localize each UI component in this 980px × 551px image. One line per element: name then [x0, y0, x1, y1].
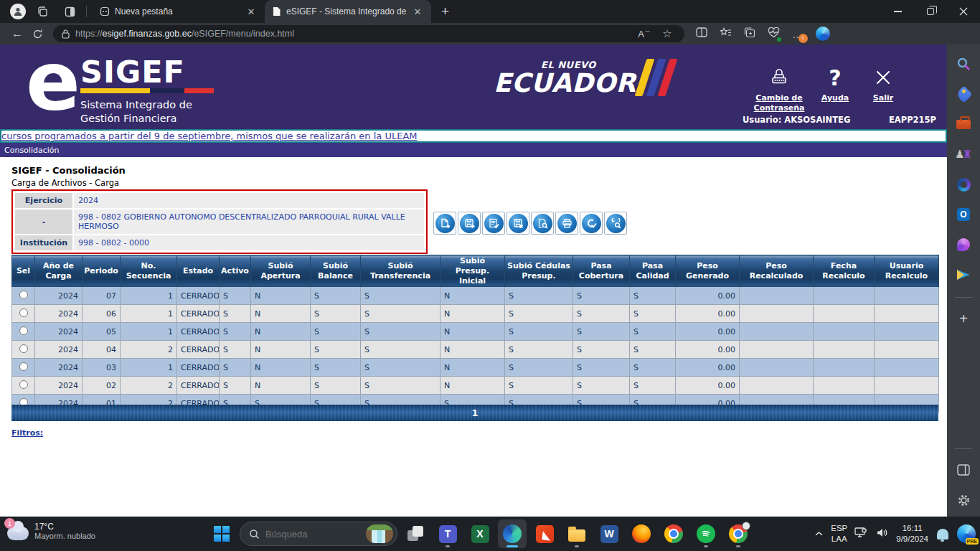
- copilot-preview-icon[interactable]: PRE: [957, 524, 976, 543]
- edge-icon[interactable]: [498, 519, 527, 548]
- sidebar-games-icon[interactable]: ♟♜: [953, 143, 974, 165]
- collections-icon[interactable]: [744, 27, 755, 41]
- start-button[interactable]: [207, 519, 236, 548]
- row-select-radio[interactable]: [19, 362, 28, 371]
- table-cell: 1: [121, 359, 177, 377]
- weather-widget[interactable]: 1 17°C Mayorm. nublado: [7, 521, 95, 540]
- row-select-radio[interactable]: [19, 326, 28, 335]
- teams-icon[interactable]: T: [433, 519, 462, 548]
- copilot-icon[interactable]: [816, 27, 830, 41]
- table-cell: S: [630, 305, 676, 323]
- form-label: Ejercicio: [15, 193, 72, 208]
- maximize-button[interactable]: [914, 0, 947, 23]
- row-select-radio[interactable]: [19, 380, 28, 389]
- table-cell: S: [361, 341, 440, 359]
- new-record-icon[interactable]: [433, 212, 456, 235]
- table-cell: S: [361, 305, 440, 323]
- file-explorer-icon[interactable]: [562, 519, 591, 548]
- table-cell: S: [361, 287, 440, 305]
- favorite-star-icon[interactable]: ☆: [659, 27, 676, 40]
- taskbar-search[interactable]: [240, 522, 397, 546]
- table-cell: 1: [121, 287, 177, 305]
- table-cell: S: [220, 341, 251, 359]
- firefox-icon[interactable]: [627, 519, 656, 548]
- table-cell: 0.00: [676, 305, 740, 323]
- page-number[interactable]: 1: [471, 408, 478, 418]
- new-tab-button[interactable]: +: [431, 4, 459, 19]
- preview-record-icon[interactable]: [531, 212, 554, 235]
- split-screen-icon[interactable]: [696, 27, 707, 40]
- change-password-button[interactable]: Cambio de Contraseña: [746, 65, 812, 114]
- person-icon: [13, 6, 23, 17]
- close-button[interactable]: [947, 0, 980, 23]
- address-bar[interactable]: https://esigef.finanzas.gob.ec/eSIGEF/me…: [53, 25, 684, 42]
- notifications-bell-icon[interactable]: [937, 529, 948, 540]
- back-icon[interactable]: ←: [7, 25, 27, 42]
- tab-nueva-pestana[interactable]: Nueva pestaña ✕: [93, 0, 265, 23]
- sidebar-m365-icon[interactable]: [953, 174, 974, 195]
- column-header: Peso Recalculado: [740, 255, 814, 287]
- help-button[interactable]: ? Ayuda: [816, 65, 854, 103]
- search-input[interactable]: [265, 529, 350, 540]
- announcement-marquee[interactable]: cursos programados a partir del 9 de sep…: [0, 129, 947, 143]
- tab-close-icon[interactable]: ✕: [411, 5, 424, 18]
- pagination-bar[interactable]: 1: [11, 405, 938, 421]
- word-icon[interactable]: W: [595, 519, 623, 548]
- sidebar-settings-icon[interactable]: [953, 489, 974, 511]
- sidebar-add-icon[interactable]: +: [953, 308, 974, 329]
- table-cell: S: [220, 305, 251, 323]
- network-icon[interactable]: [854, 527, 869, 542]
- quality-check-icon[interactable]: [580, 212, 603, 235]
- column-header: Estado: [177, 255, 220, 287]
- row-select-radio[interactable]: [19, 291, 28, 299]
- edge-sidebar: ♟♜ O +: [947, 44, 980, 517]
- row-select-cell: [12, 287, 35, 305]
- validate-record-icon[interactable]: [482, 212, 505, 235]
- delete-record-icon[interactable]: [507, 212, 529, 235]
- sidebar-outlook-icon[interactable]: O: [953, 204, 974, 225]
- read-aloud-icon[interactable]: A⌒: [636, 29, 653, 39]
- table-cell: N: [251, 305, 311, 323]
- tray-chevron-icon[interactable]: [814, 529, 824, 538]
- table-cell: S: [220, 377, 251, 395]
- language-indicator[interactable]: ESPLAA: [831, 523, 847, 545]
- nitro-pdf-icon[interactable]: [530, 519, 559, 548]
- logo-subtitle: Sistema Integrado deGestión Financiera: [80, 98, 214, 126]
- exit-button[interactable]: Salir: [864, 65, 902, 103]
- table-row: 2024051CERRADOSNSSNSSS0.00: [12, 323, 939, 341]
- filters-link[interactable]: Filtros:: [11, 428, 43, 438]
- tab-esigef[interactable]: eSIGEF - Sistema Integrado de G ✕: [265, 0, 431, 23]
- row-select-radio[interactable]: [19, 309, 28, 317]
- minimize-button[interactable]: [881, 0, 914, 23]
- save-record-icon[interactable]: [458, 212, 481, 235]
- workspaces-icon[interactable]: [32, 2, 53, 21]
- chrome-icon[interactable]: [659, 519, 688, 548]
- window-controls: [881, 0, 980, 23]
- tab-close-icon[interactable]: ✕: [245, 5, 258, 18]
- tab-actions-icon[interactable]: [59, 2, 80, 21]
- table-cell: S: [505, 341, 573, 359]
- task-view-icon[interactable]: [401, 519, 430, 548]
- sidebar-search-icon[interactable]: [953, 53, 974, 75]
- recalculate-icon[interactable]: [604, 212, 627, 235]
- form-value: 998 - 0802 GOBIERNO AUTONOMO DESCENTRALI…: [74, 209, 424, 234]
- profile-avatar[interactable]: [10, 4, 26, 19]
- spotify-icon[interactable]: [692, 519, 720, 548]
- excel-icon[interactable]: X: [466, 519, 494, 548]
- sidebar-tools-icon[interactable]: [953, 113, 974, 135]
- row-select-radio[interactable]: [19, 344, 28, 353]
- chrome-profile-icon[interactable]: [724, 519, 753, 548]
- more-menu-icon[interactable]: … ↑: [792, 28, 804, 40]
- sidebar-drop-icon[interactable]: [953, 264, 974, 286]
- favorites-list-icon[interactable]: [720, 27, 732, 41]
- search-highlight-image[interactable]: [366, 524, 393, 543]
- marquee-text[interactable]: cursos programados a partir del 9 de sep…: [1, 131, 418, 141]
- sidebar-panel-icon[interactable]: [953, 459, 974, 481]
- volume-icon[interactable]: [876, 527, 889, 541]
- clock-widget[interactable]: 16:119/9/2024: [896, 523, 928, 545]
- sidebar-designer-icon[interactable]: [953, 234, 974, 255]
- browser-essentials-icon[interactable]: [768, 27, 780, 41]
- print-icon[interactable]: [555, 212, 578, 235]
- menu-consolidacion[interactable]: Consolidación: [4, 146, 59, 155]
- sidebar-shopping-icon[interactable]: [953, 83, 974, 105]
